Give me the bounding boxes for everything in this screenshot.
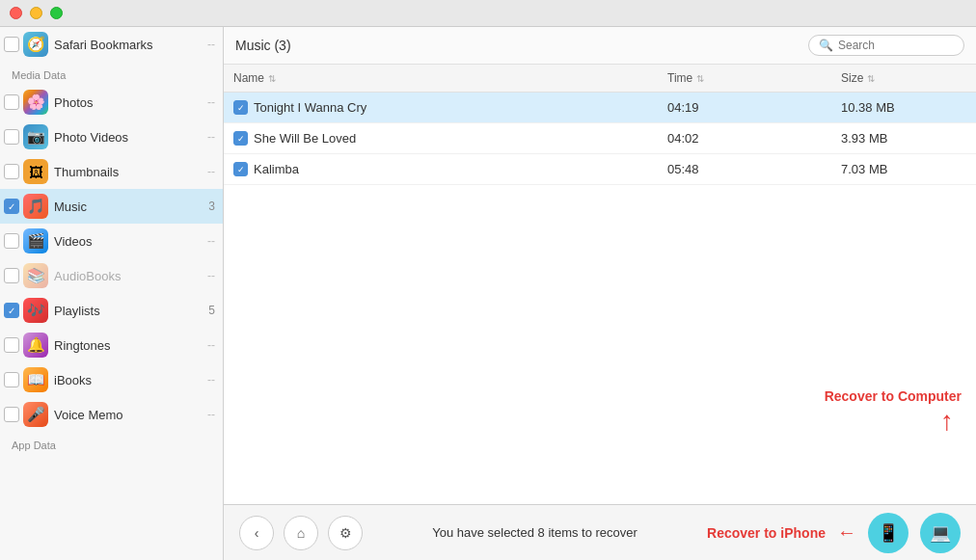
status-prefix: You have selected: [432, 525, 537, 540]
back-icon: ‹: [255, 525, 259, 541]
recover-iphone-arrow: ←: [837, 521, 856, 544]
column-size-label: Size: [841, 71, 863, 85]
sidebar-section-media: Media Data: [0, 62, 223, 85]
row-checkbox-2[interactable]: [233, 162, 248, 176]
sidebar-item-voice-memo[interactable]: 🎤 Voice Memo --: [0, 397, 223, 432]
ringtones-icon: 🔔: [23, 333, 48, 358]
content-header: Music (3) 🔍: [224, 27, 976, 65]
sidebar-item-audiobooks[interactable]: 📚 AudioBooks --: [0, 258, 223, 293]
sidebar-label-thumbnails: Thumbnails: [54, 165, 207, 179]
sidebar-checkbox-thumbnails[interactable]: [4, 164, 19, 179]
home-button[interactable]: ⌂: [284, 516, 318, 550]
content-area: Music (3) 🔍 Name ⇅ Time ⇅ Size ⇅: [224, 27, 976, 560]
table-row[interactable]: Tonight I Wanna Cry 04:19 10.38 MB: [224, 93, 976, 123]
close-button[interactable]: [10, 7, 22, 19]
sidebar-label-photos: Photos: [54, 95, 207, 110]
sidebar-item-photos[interactable]: 🌸 Photos --: [0, 85, 223, 120]
sidebar-item-playlists[interactable]: 🎶 Playlists 5: [0, 293, 223, 328]
sidebar-checkbox-voice-memo[interactable]: [4, 407, 19, 422]
sidebar-label-music: Music: [54, 200, 196, 214]
cell-size-2: 7.03 MB: [831, 154, 976, 184]
table-header: Name ⇅ Time ⇅ Size ⇅: [224, 65, 976, 93]
sidebar-count-photos: --: [207, 95, 215, 109]
sidebar-checkbox-ibooks[interactable]: [4, 372, 19, 387]
sidebar-count-safari-bookmarks: --: [207, 38, 215, 51]
main-container: 🧭 Safari Bookmarks -- Media Data 🌸 Photo…: [0, 27, 976, 560]
table-row[interactable]: She Will Be Loved 04:02 3.93 MB: [224, 123, 976, 154]
cell-name-2: Kalimba: [224, 154, 658, 184]
row-checkbox-0[interactable]: [233, 100, 248, 115]
cell-time-2: 05:48: [658, 154, 831, 184]
sidebar-count-videos: --: [207, 234, 215, 248]
sidebar-checkbox-ringtones[interactable]: [4, 337, 19, 353]
minimize-button[interactable]: [30, 7, 42, 19]
sidebar-item-safari-bookmarks[interactable]: 🧭 Safari Bookmarks --: [0, 27, 223, 62]
photos-icon: 🌸: [23, 90, 48, 115]
recover-iphone-button[interactable]: 📱: [868, 513, 908, 553]
settings-icon: ⚙: [339, 525, 352, 541]
photo-videos-icon: 📷: [23, 124, 48, 149]
recover-computer-button[interactable]: 💻: [920, 513, 961, 553]
sidebar-item-ibooks[interactable]: 📖 iBooks --: [0, 362, 223, 397]
voice-memo-icon: 🎤: [23, 402, 48, 427]
sidebar-label-photo-videos: Photo Videos: [54, 130, 207, 145]
cell-size-0: 10.38 MB: [831, 93, 976, 122]
column-header-name[interactable]: Name ⇅: [224, 65, 658, 92]
sidebar-item-ringtones[interactable]: 🔔 Ringtones --: [0, 328, 223, 362]
sidebar-count-ringtones: --: [207, 338, 215, 352]
safari-icon: 🧭: [23, 32, 48, 57]
cell-time-1: 04:02: [658, 123, 831, 153]
sidebar-item-thumbnails[interactable]: 🖼 Thumbnails --: [0, 154, 223, 189]
column-name-label: Name: [233, 71, 264, 85]
cell-size-1: 3.93 MB: [831, 123, 976, 153]
sidebar-checkbox-safari-bookmarks[interactable]: [4, 37, 19, 52]
row-checkbox-1[interactable]: [233, 131, 248, 146]
column-header-size[interactable]: Size ⇅: [831, 65, 976, 92]
status-suffix: items to recover: [545, 525, 637, 540]
sidebar: 🧭 Safari Bookmarks -- Media Data 🌸 Photo…: [0, 27, 224, 560]
table-body: Tonight I Wanna Cry 04:19 10.38 MB She W…: [224, 93, 976, 504]
sidebar-label-ibooks: iBooks: [54, 373, 207, 387]
status-text: You have selected 8 items to recover: [432, 525, 637, 540]
search-box[interactable]: 🔍: [808, 35, 964, 56]
track-name-0: Tonight I Wanna Cry: [254, 100, 366, 115]
videos-icon: 🎬: [23, 228, 48, 253]
sidebar-item-photo-videos[interactable]: 📷 Photo Videos --: [0, 120, 223, 154]
back-button[interactable]: ‹: [239, 516, 274, 550]
cell-name-1: She Will Be Loved: [224, 123, 658, 153]
recover-section: Recover to iPhone ← 📱 💻: [707, 513, 961, 553]
column-name-sort-arrow: ⇅: [268, 73, 276, 84]
sidebar-count-music: 3: [196, 200, 215, 213]
title-bar: [0, 0, 976, 27]
maximize-button[interactable]: [50, 7, 63, 19]
search-icon: 🔍: [819, 39, 833, 52]
sidebar-count-photo-videos: --: [207, 130, 215, 144]
table-row[interactable]: Kalimba 05:48 7.03 MB: [224, 154, 976, 185]
column-header-time[interactable]: Time ⇅: [658, 65, 831, 92]
sidebar-checkbox-music[interactable]: [4, 199, 19, 214]
settings-button[interactable]: ⚙: [328, 516, 363, 550]
recover-iphone-label: Recover to iPhone: [707, 525, 826, 541]
bottom-bar: ‹ ⌂ ⚙ You have selected 8 items to recov…: [224, 504, 976, 560]
sidebar-count-voice-memo: --: [207, 408, 215, 421]
sidebar-label-ringtones: Ringtones: [54, 338, 207, 353]
sidebar-item-videos[interactable]: 🎬 Videos --: [0, 224, 223, 258]
column-size-sort-arrow: ⇅: [867, 73, 875, 84]
sidebar-checkbox-photos[interactable]: [4, 94, 19, 110]
sidebar-checkbox-audiobooks[interactable]: [4, 268, 19, 283]
sidebar-checkbox-playlists[interactable]: [4, 303, 19, 318]
sidebar-count-playlists: 5: [196, 304, 215, 317]
recover-iphone-icon: 📱: [878, 522, 899, 544]
recover-computer-icon: 💻: [930, 522, 951, 544]
sidebar-section-app: App Data: [0, 432, 223, 455]
sidebar-checkbox-videos[interactable]: [4, 233, 19, 249]
ibooks-icon: 📖: [23, 367, 48, 392]
playlists-icon: 🎶: [23, 298, 48, 323]
column-time-label: Time: [667, 71, 692, 85]
sidebar-count-ibooks: --: [207, 373, 215, 387]
search-input[interactable]: [838, 39, 954, 52]
column-time-sort-arrow: ⇅: [696, 73, 704, 84]
sidebar-item-music[interactable]: 🎵 Music 3: [0, 189, 223, 224]
sidebar-checkbox-photo-videos[interactable]: [4, 129, 19, 145]
sidebar-count-audiobooks: --: [207, 269, 215, 282]
